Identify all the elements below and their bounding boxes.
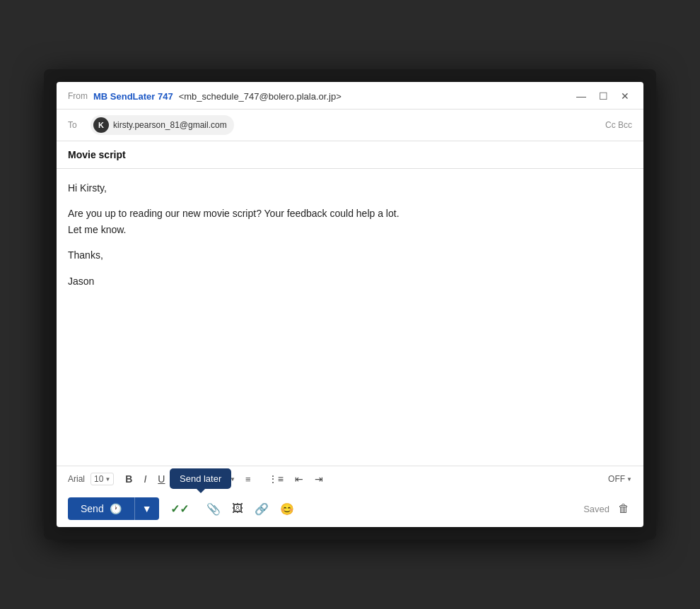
off-toggle-arrow: ▼ (626, 476, 632, 483)
check-icon: ✓✓ (170, 502, 189, 516)
from-name: MB SendLater 747 (93, 91, 173, 102)
from-label: From (68, 91, 88, 101)
title-bar-controls: — ☐ ✕ (573, 89, 632, 103)
indent-increase-button[interactable]: ⇥ (310, 471, 327, 487)
send-clock-icon: 🕐 (110, 503, 122, 514)
ordered-list-button[interactable]: ≡ (241, 471, 261, 487)
compose-window: From MB SendLater 747 <mb_schedule_747@b… (57, 82, 643, 527)
send-button-group: Send 🕐 ▼ (68, 497, 159, 520)
send-later-tooltip: Send later (170, 468, 231, 489)
paperclip-icon: 📎 (206, 502, 221, 516)
font-size-dropdown-arrow: ▼ (105, 476, 110, 483)
emoji-icon: 😊 (280, 502, 294, 516)
indent-decrease-icon: ⇤ (295, 473, 303, 485)
minimize-button[interactable]: — (573, 89, 589, 103)
recipient-email: kirsty.pearson_81@gmail.com (113, 120, 227, 130)
body-closing: Thanks, (68, 247, 632, 263)
italic-button[interactable]: I (139, 471, 151, 487)
attach-button[interactable]: 📎 (203, 499, 224, 519)
maximize-button[interactable]: ☐ (596, 89, 611, 103)
ordered-list-icon: ≡ (245, 473, 257, 485)
avatar: K (93, 117, 109, 133)
link-icon: 🔗 (255, 502, 269, 516)
action-bar: Send later Send 🕐 ▼ ✓✓ 📎 (57, 492, 643, 527)
delete-button[interactable]: 🗑 (615, 499, 632, 518)
send-clock-button[interactable]: ▼ (134, 497, 159, 520)
font-size-selector[interactable]: 10 ▼ (91, 473, 114, 485)
indent-decrease-button[interactable]: ⇤ (291, 471, 308, 487)
recipient-chip[interactable]: K kirsty.pearson_81@gmail.com (91, 115, 234, 135)
email-body[interactable]: Hi Kirsty, Are you up to reading our new… (57, 169, 643, 466)
insert-image-button[interactable]: 🖼 (228, 499, 247, 519)
insert-link-button[interactable]: 🔗 (251, 499, 272, 519)
svg-text:≡: ≡ (245, 474, 251, 485)
font-name-label: Arial (68, 474, 85, 484)
cc-bcc-button[interactable]: Cc Bcc (605, 120, 632, 130)
indent-increase-icon: ⇥ (315, 473, 323, 485)
insert-emoji-button[interactable]: 😊 (276, 499, 298, 519)
subject-row: Movie script (57, 141, 643, 169)
from-email: <mb_schedule_747@bolero.plala.or.jp> (179, 91, 342, 102)
body-signature: Jason (68, 273, 632, 289)
title-bar: From MB SendLater 747 <mb_schedule_747@b… (57, 82, 643, 110)
check-button[interactable]: ✓✓ (165, 498, 194, 520)
bold-button[interactable]: B (121, 471, 136, 487)
bullet-list-icon: ⋮≡ (268, 473, 284, 485)
close-button[interactable]: ✕ (618, 89, 632, 103)
greeting: Hi Kirsty, (68, 180, 632, 196)
formatting-toolbar: Arial 10 ▼ B I U A ▼ A ▼ ≡ (57, 466, 643, 492)
to-label: To (68, 120, 85, 130)
title-bar-left: From MB SendLater 747 <mb_schedule_747@b… (68, 91, 342, 102)
to-row: To K kirsty.pearson_81@gmail.com Cc Bcc (57, 110, 643, 141)
underline-button[interactable]: U (153, 471, 169, 487)
unordered-list-button[interactable]: ⋮≡ (264, 471, 288, 487)
spell-check-toggle[interactable]: OFF ▼ (608, 474, 632, 484)
clock-dropdown-icon: ▼ (142, 503, 152, 514)
trash-icon: 🗑 (618, 502, 629, 514)
image-icon: 🖼 (232, 502, 243, 515)
saved-status: Saved 🗑 (583, 499, 632, 518)
action-icons: 📎 🖼 🔗 😊 (203, 499, 298, 519)
send-button[interactable]: Send 🕐 (68, 497, 134, 520)
saved-label: Saved (583, 504, 609, 514)
subject-text: Movie script (68, 149, 126, 160)
body-paragraph1: Are you up to reading our new movie scri… (68, 206, 632, 237)
